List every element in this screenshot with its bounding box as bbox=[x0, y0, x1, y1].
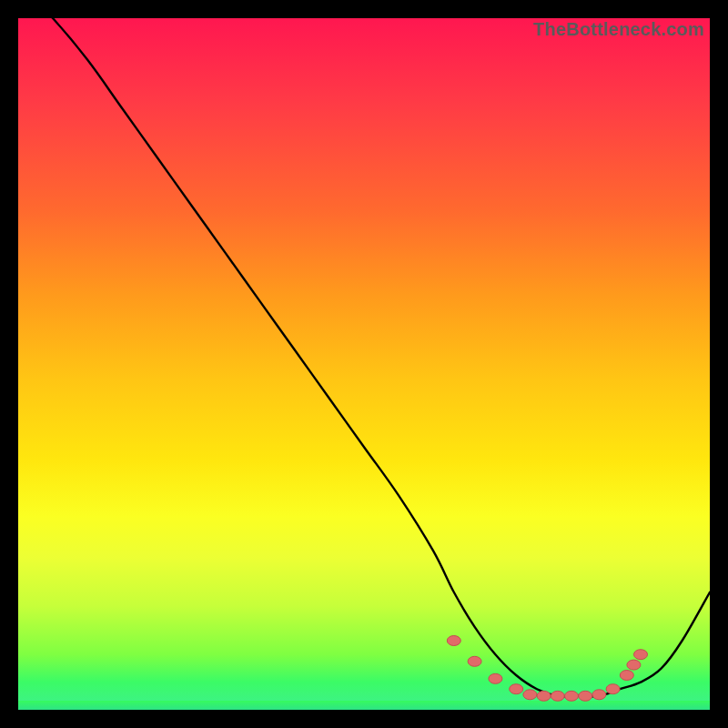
data-dot bbox=[634, 650, 648, 660]
data-dot bbox=[523, 690, 537, 700]
data-dot bbox=[592, 690, 606, 700]
chart-stage: TheBottleneck.com bbox=[0, 0, 728, 728]
data-dot bbox=[627, 660, 641, 670]
bottleneck-curve bbox=[18, 18, 710, 696]
data-dot bbox=[447, 636, 460, 646]
data-dot bbox=[468, 656, 481, 666]
plot-area: TheBottleneck.com bbox=[16, 16, 712, 712]
data-dot bbox=[565, 691, 579, 701]
data-dot bbox=[537, 691, 551, 701]
data-dot bbox=[579, 691, 592, 701]
data-dots bbox=[447, 636, 647, 702]
data-dot bbox=[551, 691, 564, 701]
data-dot bbox=[606, 684, 620, 694]
curve-layer bbox=[18, 18, 710, 710]
data-dot bbox=[620, 671, 633, 681]
data-dot bbox=[510, 684, 523, 694]
data-dot bbox=[489, 673, 502, 683]
